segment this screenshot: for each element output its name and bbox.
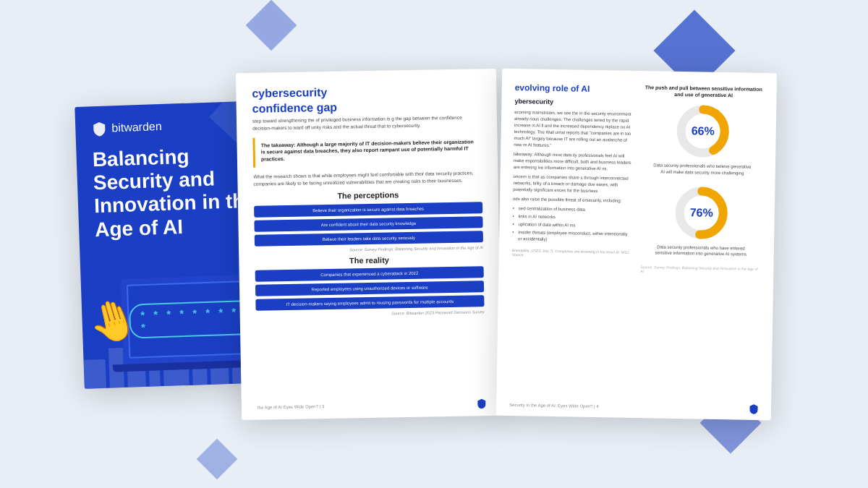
bullet-2: links in AI networks: [513, 213, 633, 221]
right-page-grid: evolving role of AI ybersecurity ecoming…: [510, 82, 764, 385]
right-section-title: evolving role of AI: [515, 82, 635, 95]
right-page: evolving role of AI ybersecurity ecoming…: [496, 68, 777, 420]
middle-page: cybersecurity confidence gap step toward…: [236, 68, 502, 419]
chart-2-label: 76%: [672, 183, 731, 241]
source-1: Source: Survey Findings: Balancing Secur…: [255, 245, 483, 254]
highlight-body: What the research shows is that while em…: [253, 169, 482, 187]
chart-header: The push and pull between sensitive info…: [644, 84, 764, 99]
reality-bar-2: Reported employees using unauthorized de…: [255, 281, 484, 296]
bitwarden-logo-icon: [91, 120, 108, 137]
stat-bar-3: Believe their leaders take data security…: [255, 231, 483, 247]
source-2: Source: Bitwarden 2023 Password Decision…: [256, 309, 485, 318]
right-body-2: takeaway: Although most data ity profess…: [514, 150, 634, 172]
chart-1-caption: Data security professionals who believe …: [652, 162, 753, 176]
right-footnote: Brandpillar, (2023, July 7). Companies a…: [512, 247, 632, 258]
donut-chart-1: 66%: [673, 102, 732, 160]
right-section-title-text: evolving role of AI: [515, 82, 590, 94]
stat-bar-2: Are confident about their data security …: [254, 216, 482, 232]
middle-title-line2: confidence gap: [252, 98, 481, 116]
reality-title: The reality: [255, 254, 483, 267]
chart-2-caption: Data security professionals who have ent…: [650, 244, 752, 257]
right-charts-col: The push and pull between sensitive info…: [639, 84, 764, 385]
middle-page-inner: cybersecurity confidence gap step toward…: [236, 68, 502, 419]
svg-rect-0: [83, 359, 106, 388]
donut-chart-2: 76%: [672, 183, 731, 241]
middle-footer-logo: [477, 398, 486, 408]
reality-bar-1: Companies that experienced a cyberattack…: [255, 266, 484, 282]
right-body-3: oncern is that as companies share s thro…: [513, 173, 633, 194]
pages-container: bitwarden Balancing Security and Innovat…: [36, 27, 832, 461]
chart-source: Source: Survey Findings: Balancing Secur…: [640, 264, 760, 275]
perceptions-title: The perceptions: [254, 189, 482, 202]
bullet-1: sed centralization of business data: [513, 205, 633, 213]
right-section-sub: ybersecurity: [514, 97, 634, 106]
reality-bar-3: IT decision-makers saying employees admi…: [255, 295, 484, 311]
right-page-inner: evolving role of AI ybersecurity ecoming…: [496, 68, 777, 420]
right-left-col: evolving role of AI ybersecurity ecoming…: [510, 82, 635, 383]
chart-container-2: 76% Data security professionals who have…: [641, 183, 762, 258]
cover-logo-text: bitwarden: [111, 119, 162, 134]
chart-1-label: 66%: [673, 102, 732, 160]
middle-body-intro: step toward strengthening the of privile…: [252, 114, 481, 132]
middle-title-line1: cybersecurity: [252, 83, 480, 100]
stat-bar-1: Believe their organization is secure aga…: [254, 202, 482, 218]
bullet-3: uplication of data within AI ms: [512, 221, 632, 229]
middle-section-title: cybersecurity confidence gap: [252, 83, 481, 116]
chart-container-1: 66% Data security professionals who beli…: [642, 101, 764, 176]
right-footer-text: Security in the Age of AI: Eyes Wide Ope…: [509, 402, 599, 408]
right-footer-logo: [749, 403, 758, 414]
highlight-title: The takeaway: Although a large majority …: [261, 137, 476, 163]
bullet-4: Insider threats (employee misconduct, ei…: [512, 228, 632, 244]
right-body-4: nds also raise the possible threat of er…: [513, 195, 633, 204]
right-body-1: ecoming mainstream, we see the in the se…: [514, 108, 634, 150]
middle-footer-text: the Age of AI Eyes Wide Open? | 3: [258, 404, 324, 410]
highlight-box: The takeaway: Although a large majority …: [252, 133, 482, 167]
